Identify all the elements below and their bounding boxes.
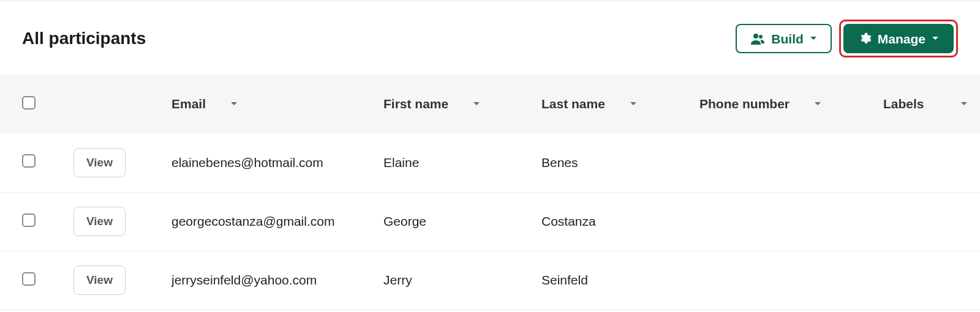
caret-down-icon: [960, 102, 968, 106]
cell-phone: [699, 251, 883, 310]
view-button[interactable]: View: [74, 207, 126, 236]
caret-down-icon: [630, 102, 637, 106]
cell-last-name: Benes: [541, 133, 699, 192]
cell-last-name: Seinfeld: [541, 251, 699, 310]
column-label: Email: [172, 97, 206, 111]
column-header-first-name[interactable]: First name: [383, 75, 541, 133]
select-all-checkbox[interactable]: [22, 96, 36, 110]
table-row: View elainebenes@hotmail.com Elaine Bene…: [0, 133, 980, 192]
manage-button-highlight: Manage: [839, 20, 958, 58]
column-header-phone[interactable]: Phone number: [699, 75, 883, 133]
gear-icon: [858, 32, 872, 45]
table-header-row: Email First name Last name: [0, 75, 980, 133]
manage-button-label: Manage: [878, 32, 925, 45]
cell-email: georgecostanza@gmail.com: [172, 192, 383, 251]
cell-phone: [699, 133, 883, 192]
caret-down-icon: [810, 36, 817, 41]
cell-first-name: Jerry: [383, 251, 541, 310]
header-actions: Build Manage: [736, 20, 958, 58]
participants-table: Email First name Last name: [0, 75, 980, 310]
build-button[interactable]: Build: [736, 24, 832, 53]
cell-first-name: George: [383, 192, 541, 251]
table-row: View georgecostanza@gmail.com George Cos…: [0, 192, 980, 251]
page-header: All participants Build: [0, 2, 980, 75]
row-checkbox[interactable]: [22, 154, 36, 168]
cell-email: jerryseinfeld@yahoo.com: [172, 251, 383, 310]
manage-button[interactable]: Manage: [843, 24, 954, 53]
cell-email: elainebenes@hotmail.com: [172, 133, 383, 192]
caret-down-icon: [473, 102, 480, 106]
people-icon: [750, 32, 765, 45]
cell-last-name: Costanza: [541, 192, 699, 251]
cell-labels: [883, 133, 980, 192]
view-button[interactable]: View: [74, 148, 126, 177]
cell-labels: [883, 192, 980, 251]
view-button[interactable]: View: [74, 266, 126, 295]
row-checkbox[interactable]: [22, 214, 36, 227]
column-header-last-name[interactable]: Last name: [541, 75, 699, 133]
page-title: All participants: [22, 29, 146, 48]
column-header-email[interactable]: Email: [172, 75, 383, 133]
cell-phone: [699, 192, 883, 251]
row-checkbox[interactable]: [22, 272, 36, 286]
cell-first-name: Elaine: [383, 133, 541, 192]
caret-down-icon: [230, 102, 238, 106]
svg-point-0: [753, 34, 758, 39]
table-row: View jerryseinfeld@yahoo.com Jerry Seinf…: [0, 251, 980, 310]
column-label: Phone number: [699, 97, 790, 111]
column-label: Labels: [883, 97, 924, 111]
column-label: First name: [383, 97, 448, 111]
svg-point-1: [759, 35, 763, 39]
caret-down-icon: [814, 102, 821, 106]
build-button-label: Build: [771, 32, 804, 45]
column-header-labels[interactable]: Labels: [883, 75, 980, 133]
caret-down-icon: [932, 36, 939, 41]
column-label: Last name: [541, 97, 605, 111]
cell-labels: [883, 251, 980, 310]
